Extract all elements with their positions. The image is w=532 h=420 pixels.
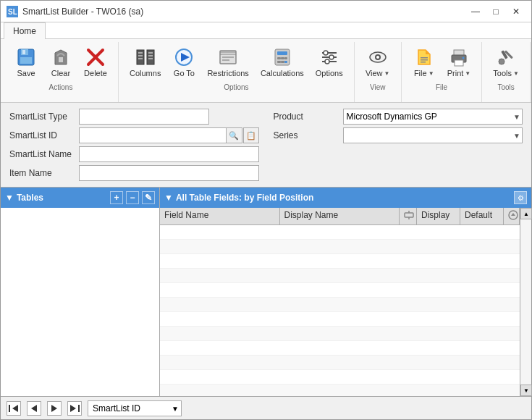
ribbon-tabs: Home (1, 22, 531, 39)
product-select-wrapper: Microsoft Dynamics GP ▼ (343, 109, 523, 125)
view-buttons: View ▼ (360, 42, 395, 82)
svg-rect-30 (281, 61, 284, 63)
tools-buttons: Tools ▼ (488, 42, 524, 82)
nav-first-btn[interactable] (7, 401, 21, 416)
svg-rect-28 (284, 57, 287, 59)
smartlist-id-copy-btn[interactable]: 📋 (243, 127, 259, 143)
main-window: SL SmartList Builder - TWO16 (sa) — □ ✕ … (0, 0, 532, 420)
tables-area: ▼ Tables + − ✎ ▼ All Table Fields: by Fi… (1, 187, 531, 396)
svg-rect-31 (284, 61, 287, 63)
delete-button[interactable]: Delete (79, 42, 112, 82)
print-label: Print (447, 69, 464, 78)
nav-last-btn[interactable] (67, 401, 82, 416)
svg-rect-26 (277, 57, 281, 59)
nav-prev-btn[interactable] (27, 401, 41, 416)
smartlist-type-row: SmartList Type (9, 109, 259, 125)
goto-button[interactable]: Go To (167, 42, 200, 82)
fields-columns: Field Name Display Name Display Default (160, 208, 520, 225)
fields-settings-icon[interactable]: ⚙ (514, 191, 527, 204)
table-row (160, 225, 520, 240)
delete-icon (84, 46, 107, 69)
series-select-wrapper: ▼ (343, 127, 523, 143)
columns-label: Columns (130, 69, 161, 78)
options-button[interactable]: Options (311, 42, 348, 82)
status-bar: SmartList ID ▼ (1, 396, 531, 419)
calculations-button[interactable]: Calculations (256, 42, 309, 82)
file-icon (413, 46, 436, 69)
scroll-up-btn[interactable]: ▲ (520, 208, 532, 219)
scroll-down-btn[interactable]: ▼ (520, 385, 532, 396)
svg-point-47 (462, 57, 464, 59)
ribbon: Home Save (1, 22, 531, 103)
smartlist-name-input[interactable] (79, 146, 259, 162)
maximize-button[interactable]: □ (486, 4, 505, 19)
table-row (160, 356, 520, 370)
ribbon-group-file: File ▼ (402, 42, 483, 102)
print-button[interactable]: Print ▼ (442, 42, 476, 82)
save-icon (14, 46, 38, 69)
table-row (160, 327, 520, 341)
item-name-input[interactable] (79, 165, 259, 181)
nav-next-btn[interactable] (47, 401, 62, 416)
options-icon (318, 46, 341, 69)
svg-point-37 (325, 59, 329, 64)
smartlist-id-search-btn[interactable]: 🔍 (227, 127, 242, 143)
scroll-col (504, 208, 520, 224)
product-row: Product Microsoft Dynamics GP ▼ (274, 109, 523, 125)
table-row (160, 254, 520, 269)
smartlist-type-input[interactable] (79, 109, 209, 125)
fields-table: Field Name Display Name Display Default (160, 208, 520, 396)
table-row (160, 283, 520, 298)
tools-button[interactable]: Tools ▼ (488, 42, 524, 82)
scroll-track[interactable] (520, 219, 531, 385)
table-row (160, 341, 520, 356)
view-dropdown-arrow: ▼ (384, 70, 390, 77)
series-label: Series (274, 130, 339, 140)
smartlist-type-label: SmartList Type (9, 112, 75, 122)
tables-panel-header: ▼ Tables + − ✎ (1, 188, 159, 208)
fields-content: Field Name Display Name Display Default (160, 208, 531, 396)
table-row (160, 385, 520, 396)
svg-text:SL: SL (8, 8, 17, 16)
product-select[interactable]: Microsoft Dynamics GP (343, 109, 523, 125)
svg-rect-15 (148, 55, 153, 56)
tables-chevron[interactable]: ▼ (5, 193, 14, 203)
smartlist-id-row: SmartList ID 🔍 📋 (9, 127, 259, 143)
fields-label: All Table Fields: by Field Position (176, 193, 511, 203)
title-bar: SL SmartList Builder - TWO16 (sa) — □ ✕ (1, 1, 531, 22)
fields-panel: ▼ All Table Fields: by Field Position ⚙ … (160, 188, 531, 396)
file-button[interactable]: File ▼ (408, 42, 441, 82)
columns-button[interactable]: Columns (124, 42, 166, 82)
series-select[interactable] (343, 127, 523, 143)
svg-rect-11 (138, 55, 143, 56)
svg-rect-10 (138, 52, 143, 54)
save-button[interactable]: Save (9, 42, 43, 82)
minimize-button[interactable]: — (466, 4, 485, 19)
tables-remove-btn[interactable]: − (126, 191, 139, 204)
smartlist-id-input[interactable] (79, 127, 227, 143)
svg-marker-60 (12, 405, 18, 412)
file-dropdown-arrow: ▼ (428, 70, 434, 77)
clear-button[interactable]: Clear (44, 42, 77, 82)
svg-rect-29 (277, 61, 281, 63)
smartlist-name-row: SmartList Name (9, 146, 259, 162)
calculations-icon (271, 46, 294, 69)
tables-edit-btn[interactable]: ✎ (142, 191, 155, 204)
tables-label: Tables (17, 193, 107, 203)
display-name-col: Display Name (280, 208, 400, 224)
svg-rect-27 (281, 57, 284, 59)
columns-icon (134, 46, 157, 69)
fields-chevron[interactable]: ▼ (164, 193, 173, 203)
fields-scrollbar[interactable]: ▲ ▼ (520, 208, 531, 396)
restrictions-button[interactable]: Restrictions (202, 42, 253, 82)
item-name-label: Item Name (9, 168, 75, 178)
close-button[interactable]: ✕ (507, 4, 525, 19)
tables-add-btn[interactable]: + (110, 191, 123, 204)
tables-panel: ▼ Tables + − ✎ (1, 188, 160, 396)
svg-rect-41 (421, 57, 428, 59)
view-button[interactable]: View ▼ (360, 42, 395, 82)
clear-icon (49, 46, 72, 69)
form-area: SmartList Type SmartList ID 🔍 📋 SmartLis… (1, 103, 531, 187)
status-dropdown[interactable]: SmartList ID (88, 400, 182, 416)
tab-home[interactable]: Home (4, 22, 46, 39)
